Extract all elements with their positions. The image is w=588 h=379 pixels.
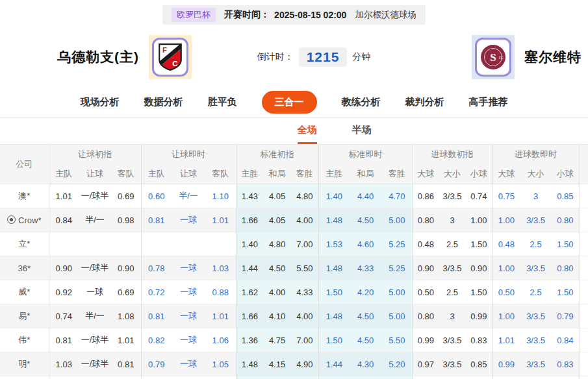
odds-cell	[205, 232, 236, 256]
odds-cell: 0.83	[466, 328, 492, 352]
odds-cell: 1.50	[551, 280, 580, 304]
analysis-nav: 现场分析数据分析胜平负三合一教练分析裁判分析高手推荐	[0, 87, 588, 117]
group-header-标准即时: 标准即时	[318, 145, 413, 164]
subtab-半场[interactable]: 半场	[352, 117, 372, 144]
table-row: 威*0.92一球0.690.72一球0.881.624.004.331.504.…	[0, 280, 588, 304]
odds-cell: 4.10	[263, 304, 291, 328]
table-row: 36*0.90一/球半0.900.78一球1.031.444.505.501.4…	[0, 256, 588, 280]
odds-cell: 半/一	[79, 304, 111, 328]
odds-cell: 5.25	[381, 256, 413, 280]
table-row: 易*0.74半/一1.080.81一球1.011.664.104.001.484…	[0, 304, 588, 328]
nav-tab-现场分析[interactable]: 现场分析	[81, 96, 120, 108]
odds-cell: 4.05	[263, 184, 291, 208]
odds-cell: 0.90	[49, 256, 79, 280]
odds-cell: 0.74	[49, 304, 79, 328]
column-header: 主胜	[236, 164, 263, 184]
odds-cell: 4.00	[291, 304, 318, 328]
odds-cell: 1.01	[492, 328, 520, 352]
odds-cell: 0.69	[111, 280, 141, 304]
odds-cell: 4.50	[350, 304, 381, 328]
odds-cell: 5.00	[381, 280, 413, 304]
odds-cell: 4.40	[263, 376, 291, 379]
row-right-gutter	[580, 304, 588, 328]
match-info-inner: 欧罗巴杯 开赛时间： 2025-08-15 02:00 加尔根沃德球场	[162, 5, 426, 25]
odds-cell: 5.50	[381, 328, 413, 352]
odds-cell: 0.74	[466, 184, 492, 208]
odds-cell: 1.01	[111, 328, 141, 352]
column-header: 客队	[205, 164, 236, 184]
countdown-unit: 分钟	[352, 51, 370, 63]
odds-cell: 1.01	[205, 304, 236, 328]
odds-cell: 一/球半	[79, 256, 111, 280]
odds-cell: 4.60	[350, 376, 381, 379]
nav-tab-三合一[interactable]: 三合一	[262, 91, 317, 114]
odds-cell: 0.80	[551, 256, 580, 280]
odds-cell: 一球	[79, 280, 111, 304]
odds-cell: 1.36	[236, 328, 263, 352]
nav-tab-裁判分析[interactable]: 裁判分析	[405, 96, 444, 108]
odds-cell: 5.00	[381, 304, 413, 328]
subtab-全场[interactable]: 全场	[298, 117, 317, 144]
odds-cell: 2.5	[520, 280, 551, 304]
odds-cell: 7.00	[291, 232, 318, 256]
odds-cell: 1.53	[318, 232, 350, 256]
servette-crest-icon: S FC	[479, 43, 507, 71]
odds-cell: 1.00	[492, 208, 520, 232]
column-header: 大球	[413, 164, 439, 184]
row-right-gutter	[580, 184, 588, 208]
odds-cell: 2.5	[439, 232, 466, 256]
odds-cell: 4.90	[291, 352, 318, 376]
odds-cell: 球半	[79, 376, 111, 379]
countdown: 倒计时： 1215 分钟	[257, 47, 371, 67]
odds-cell: 0.80	[413, 304, 439, 328]
odds-cell: 0.48	[413, 232, 439, 256]
odds-cell: 4.00	[263, 280, 291, 304]
table-right-gutter	[580, 145, 588, 184]
odds-cell: 0.97	[413, 352, 439, 376]
odds-cell: 4.15	[263, 352, 291, 376]
odds-cell: 3/3.5	[439, 352, 466, 376]
column-header: 客胜	[381, 164, 413, 184]
period-subtabs: 全场半场	[40, 117, 588, 144]
odds-cell: 一/球半	[79, 184, 111, 208]
odds-cell: 1.62	[236, 280, 263, 304]
column-header: 大球	[492, 164, 520, 184]
odds-cell: 3	[520, 184, 551, 208]
odds-cell: 1.50	[318, 328, 350, 352]
nav-tab-高手推荐[interactable]: 高手推荐	[469, 96, 508, 108]
odds-cell: 0.84	[49, 208, 79, 232]
odds-cell: 0.77	[111, 376, 141, 379]
company-cell: 易*	[0, 304, 49, 328]
column-header: 主队	[49, 164, 79, 184]
home-team: 乌德勒支(主) F C	[57, 35, 192, 79]
odds-cell: 1.03	[49, 352, 79, 376]
odds-cell: 0.60	[141, 184, 172, 208]
odds-cell: 3/3.5	[439, 328, 466, 352]
row-right-gutter	[580, 256, 588, 280]
odds-cell: 4.30	[350, 352, 381, 376]
column-header: 客胜	[291, 164, 318, 184]
nav-tab-教练分析[interactable]: 教练分析	[342, 96, 381, 108]
row-right-gutter	[580, 328, 588, 352]
column-header: 小球	[466, 164, 492, 184]
nav-tab-数据分析[interactable]: 数据分析	[144, 96, 183, 108]
odds-cell: 0.85	[466, 352, 492, 376]
odds-cell: 3/3.5	[520, 208, 551, 232]
odds-cell: 0.83	[551, 352, 580, 376]
match-info-bar: 欧罗巴杯 开赛时间： 2025-08-15 02:00 加尔根沃德球场	[0, 0, 588, 25]
odds-cell: 3/3.5	[520, 304, 551, 328]
column-header: 主胜	[318, 164, 350, 184]
away-team: S FC 塞尔维特	[472, 35, 582, 79]
group-header-让球初指: 让球初指	[49, 145, 141, 164]
nav-tab-胜平负[interactable]: 胜平负	[208, 96, 237, 108]
odds-cell: 一球	[172, 280, 205, 304]
odds-cell: 5.20	[381, 352, 413, 376]
odds-cell: 1.48	[318, 208, 350, 232]
group-header-标准初指: 标准初指	[236, 145, 318, 164]
odds-cell: 一球	[172, 304, 205, 328]
odds-cell: 4.33	[291, 280, 318, 304]
odds-cell: 4.80	[263, 232, 291, 256]
league-badge: 欧罗巴杯	[172, 8, 216, 22]
odds-cell: 0.69	[111, 184, 141, 208]
odds-cell: 0.80	[551, 208, 580, 232]
